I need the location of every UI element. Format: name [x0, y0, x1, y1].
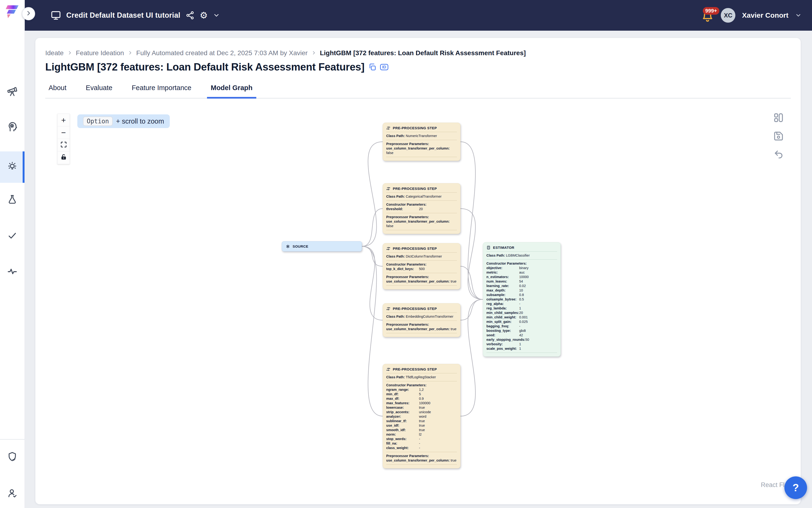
- sidebar-item-experiment[interactable]: [0, 187, 25, 212]
- section-title: Constructor Parameters:: [386, 262, 457, 267]
- preprocessing-icon: [386, 126, 391, 130]
- param-row: max_features:100000: [386, 401, 457, 406]
- node-header: PRE-PROCESSING STEP: [386, 367, 457, 372]
- user-name: Xavier Conort: [742, 11, 788, 19]
- sidebar-item-account[interactable]: [0, 481, 25, 506]
- graph-node-pre3[interactable]: PRE-PROCESSING STEPClass Path: DictColum…: [382, 243, 460, 289]
- graph-node-pre4[interactable]: PRE-PROCESSING STEPClass Path: Embedding…: [382, 303, 460, 337]
- graph-node-pre2[interactable]: PRE-PROCESSING STEPClass Path: Categoric…: [382, 183, 460, 234]
- tab-model-graph[interactable]: Model Graph: [210, 82, 254, 98]
- project-chevron-down-icon[interactable]: [213, 12, 220, 19]
- app-logo[interactable]: [3, 3, 22, 22]
- param-row: min_df:5: [386, 392, 457, 396]
- param-row: objective:binary: [486, 266, 557, 270]
- auto-layout-button[interactable]: [773, 113, 784, 124]
- param-row: reg_alpha:-: [486, 302, 557, 306]
- breadcrumb-item[interactable]: Feature Ideation: [76, 49, 124, 57]
- breadcrumb-item[interactable]: Ideate: [45, 49, 64, 57]
- param-row: min_child_samples:20: [486, 310, 557, 315]
- help-button[interactable]: ?: [784, 476, 807, 499]
- param-row: use_column_transformer_per_column: true: [386, 327, 457, 331]
- sidebar-item-think[interactable]: [0, 115, 25, 140]
- avatar[interactable]: XC: [721, 8, 735, 23]
- node-section: Preprocessor Parameters:use_column_trans…: [386, 323, 457, 331]
- zoom-in-button[interactable]: +: [57, 114, 70, 126]
- chevron-right-icon: [26, 10, 32, 17]
- tab-about[interactable]: About: [48, 82, 67, 98]
- node-class-path: Class Path: EmbeddingColumnTransformer: [386, 314, 457, 319]
- section-title: Preprocessor Parameters:: [386, 454, 457, 458]
- node-title: PRE-PROCESSING STEP: [393, 367, 437, 372]
- param-row: colsample_bytree:0.5: [486, 297, 557, 302]
- node-header: PRE-PROCESSING STEP: [386, 126, 457, 130]
- user-check-icon: [7, 488, 18, 500]
- node-header: PRE-PROCESSING STEP: [386, 186, 457, 191]
- param-row: reg_lambda:1: [486, 306, 557, 310]
- sidebar-item-validate[interactable]: [0, 223, 25, 248]
- zoom-out-button[interactable]: −: [57, 126, 70, 139]
- param-row: bagging_freq:-: [486, 324, 557, 329]
- section-title: Constructor Parameters:: [386, 383, 457, 387]
- param-row: n_estimators:10000: [486, 275, 557, 279]
- node-header: PRE-PROCESSING STEP: [386, 306, 457, 311]
- node-title: SOURCE: [292, 244, 308, 249]
- monitor-icon: [51, 10, 61, 20]
- flask-icon: [7, 194, 18, 206]
- node-divider: [386, 230, 457, 230]
- param-row: boosting_type:gbdt: [486, 329, 557, 333]
- node-class-path: Class Path: TfidfLogRegStacker: [386, 375, 457, 379]
- section-title: Constructor Parameters:: [386, 202, 457, 207]
- lock-button[interactable]: [57, 152, 70, 164]
- node-divider: [386, 333, 457, 333]
- node-section: Constructor Parameters:ngram_range:1,2mi…: [386, 383, 457, 450]
- preprocessing-icon: [386, 247, 391, 251]
- node-class-path: Class Path: CategoricalTransformer: [386, 194, 457, 199]
- sidebar-collapse-button[interactable]: [22, 7, 35, 20]
- section-title: Constructor Parameters:: [486, 261, 557, 266]
- fit-view-button[interactable]: [57, 139, 70, 152]
- share-icon[interactable]: [186, 11, 194, 20]
- section-title: Preprocessor Parameters:: [386, 275, 457, 279]
- graph-node-source[interactable]: SOURCE: [282, 241, 362, 251]
- node-section: Constructor Parameters:objective:binarym…: [486, 261, 557, 351]
- param-row: learning_rate:0.02: [486, 284, 557, 288]
- copy-icon[interactable]: [368, 63, 376, 71]
- node-title: PRE-PROCESSING STEP: [393, 186, 437, 191]
- sidebar-item-ideate[interactable]: [0, 152, 25, 183]
- sidebar-item-monitor[interactable]: [0, 259, 25, 285]
- settings-gear-icon[interactable]: ⚙: [200, 11, 208, 20]
- brain-gear-icon: [7, 122, 18, 133]
- project-title: Credit Default Dataset UI tutorial: [66, 11, 180, 19]
- tab-evaluate[interactable]: Evaluate: [85, 82, 114, 98]
- sidebar-item-explore[interactable]: [0, 80, 25, 104]
- user-menu-chevron-down-icon[interactable]: [795, 12, 802, 18]
- node-divider: [386, 132, 457, 132]
- breadcrumb-item[interactable]: Fully Automated created at Dec 2, 2025 7…: [136, 49, 308, 57]
- zoom-hint-text: + scroll to zoom: [116, 118, 164, 125]
- notification-badge: 999+: [703, 7, 719, 15]
- telescope-icon: [7, 86, 18, 98]
- graph-node-pre5[interactable]: PRE-PROCESSING STEPClass Path: TfidfLogR…: [382, 364, 460, 468]
- breadcrumb-separator-icon: [311, 49, 316, 57]
- node-header: ESTIMATOR: [486, 245, 557, 250]
- node-divider: [486, 259, 557, 260]
- tab-feature-importance[interactable]: Feature Importance: [131, 82, 192, 98]
- section-title: Preprocessor Parameters:: [386, 323, 457, 327]
- node-title: PRE-PROCESSING STEP: [393, 246, 437, 251]
- graph-node-pre1[interactable]: PRE-PROCESSING STEPClass Path: NumericTr…: [382, 123, 460, 161]
- node-divider: [386, 312, 457, 313]
- node-class-path: Class Path: NumericTransformer: [386, 134, 457, 138]
- node-divider: [386, 464, 457, 465]
- node-section: Constructor Parameters:threshold:20: [386, 202, 457, 211]
- notifications-button[interactable]: 999+: [702, 8, 714, 22]
- param-row: stop_words:-: [386, 437, 457, 441]
- layout-icon: [773, 113, 784, 124]
- sidebar-item-governance[interactable]: [0, 444, 25, 470]
- preprocessing-icon: [386, 307, 391, 311]
- undo-button[interactable]: [773, 149, 784, 161]
- graph-node-est[interactable]: ESTIMATORClass Path: LGBMClassifierConst…: [483, 242, 561, 356]
- node-section: Preprocessor Parameters:use_column_trans…: [386, 454, 457, 463]
- copy-id-button[interactable]: ID: [380, 64, 388, 70]
- save-button[interactable]: [773, 131, 784, 142]
- param-row: fill_na:-: [386, 441, 457, 446]
